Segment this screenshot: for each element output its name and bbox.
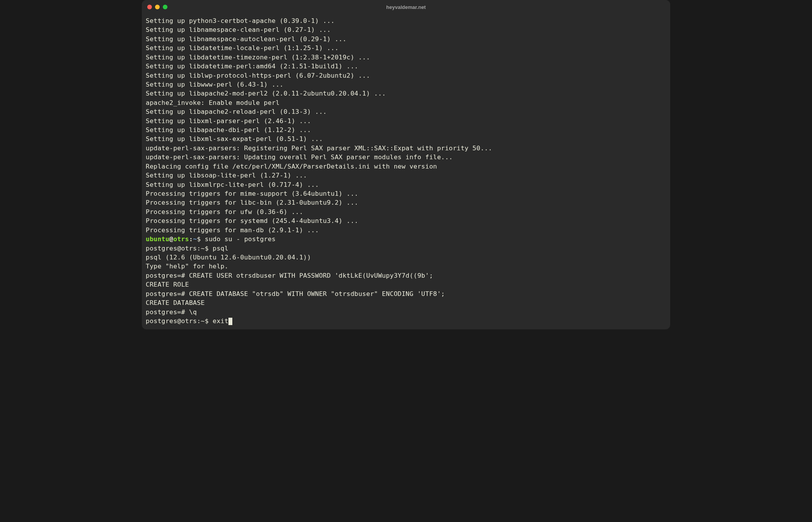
prompt-text: postgres@otrs:~$ [146,317,213,325]
terminal-window: heyvaldemar.net Setting up python3-certb… [142,0,670,329]
output-line: Type "help" for help. [146,262,666,271]
output-line: psql (12.6 (Ubuntu 12.6-0ubuntu0.20.04.1… [146,253,666,262]
titlebar: heyvaldemar.net [142,0,670,14]
current-prompt-line: postgres@otrs:~$ exit [146,317,666,325]
prompt-host: otrs [173,235,189,243]
output-line: Processing triggers for mime-support (3.… [146,189,666,198]
output-line: Processing triggers for man-db (2.9.1-1)… [146,226,666,235]
prompt-line: ubuntu@otrs:~$ sudo su - postgres [146,235,666,244]
output-line: CREATE DATABASE [146,298,666,307]
output-line: Processing triggers for libc-bin (2.31-0… [146,198,666,207]
output-line: Processing triggers for ufw (0.36-6) ... [146,207,666,216]
output-line: CREATE ROLE [146,280,666,289]
output-line: Processing triggers for systemd (245.4-4… [146,216,666,225]
prompt-at: @ [169,235,173,243]
output-line: Setting up libapache-dbi-perl (1.12-2) .… [146,125,666,134]
close-button[interactable] [147,5,152,9]
output-line: Setting up libnamespace-autoclean-perl (… [146,35,666,44]
output-line: Setting up libdatetime-timezone-perl (1:… [146,53,666,62]
output-line: postgres=# \q [146,308,666,317]
output-line: Setting up libxmlrpc-lite-perl (0.717-4)… [146,180,666,189]
output-line: Setting up python3-certbot-apache (0.39.… [146,16,666,25]
output-line: Replacing config file /etc/perl/XML/SAX/… [146,162,666,171]
output-line: Setting up libdatetime-locale-perl (1:1.… [146,44,666,52]
output-line: update-perl-sax-parsers: Updating overal… [146,153,666,162]
prompt-symbol: $ [197,235,201,243]
cursor [228,318,232,325]
prompt-user: ubuntu [146,235,169,243]
output-line: Setting up libdatetime-perl:amd64 (2:1.5… [146,62,666,71]
output-line: Setting up libsoap-lite-perl (1.27-1) ..… [146,171,666,180]
maximize-button[interactable] [163,5,167,9]
output-line: Setting up libapache2-reload-perl (0.13-… [146,107,666,116]
window-title: heyvaldemar.net [386,4,426,10]
prompt-path: ~ [193,235,197,243]
traffic-lights [147,5,167,9]
output-line: Setting up libxml-parser-perl (2.46-1) .… [146,117,666,125]
minimize-button[interactable] [155,5,160,9]
output-line: Setting up liblwp-protocol-https-perl (6… [146,71,666,80]
output-line: postgres=# CREATE USER otrsdbuser WITH P… [146,271,666,280]
output-line: Setting up libxml-sax-expat-perl (0.51-1… [146,134,666,143]
prompt-colon: : [189,235,193,243]
typed-command: exit [213,317,228,325]
output-line: Setting up libnamespace-clean-perl (0.27… [146,25,666,34]
output-line: postgres@otrs:~$ psql [146,244,666,253]
terminal-body[interactable]: Setting up python3-certbot-apache (0.39.… [142,14,670,329]
output-line: Setting up libwww-perl (6.43-1) ... [146,80,666,89]
command-text: sudo su - postgres [205,235,275,243]
output-line: Setting up libapache2-mod-perl2 (2.0.11-… [146,89,666,98]
output-line: postgres=# CREATE DATABASE "otrsdb" WITH… [146,289,666,298]
output-line: update-perl-sax-parsers: Registering Per… [146,144,666,153]
output-line: apache2_invoke: Enable module perl [146,98,666,107]
